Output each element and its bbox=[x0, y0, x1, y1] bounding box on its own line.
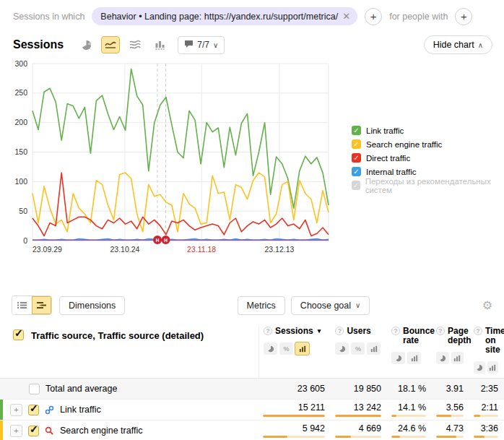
filter-suffix-label: for people with bbox=[389, 12, 448, 22]
column-label: Page depth bbox=[448, 327, 472, 345]
metric-headers: ? Sessions ▾ % ? Users % ? bbox=[258, 325, 504, 378]
bar-view-toggle[interactable] bbox=[451, 352, 464, 364]
chart-title: Sessions bbox=[13, 38, 64, 51]
line-chart-icon bbox=[105, 40, 116, 50]
chart-toolbar: Sessions 7/7 ∨ Hide chart ∧ bbox=[0, 30, 504, 57]
chart-legend: ✓ Link traffic ✓ Search engine traffic ✓… bbox=[352, 124, 504, 192]
users-value: 13 242 bbox=[335, 402, 381, 413]
add-people-filter-button[interactable]: + bbox=[455, 8, 472, 25]
time-value: 2:11 bbox=[474, 402, 498, 413]
total-depth-value: 3.91 bbox=[436, 384, 464, 394]
percent-view-toggle[interactable]: % bbox=[279, 342, 293, 355]
metrics-button[interactable]: Metrics bbox=[238, 296, 285, 315]
bounce-value: 24.6 % bbox=[391, 423, 426, 433]
svg-text:Н: Н bbox=[156, 238, 160, 243]
legend-label: Internal traffic bbox=[366, 168, 416, 176]
bar-view-toggle[interactable] bbox=[295, 342, 309, 355]
filter-chip-close-icon[interactable]: ✕ bbox=[342, 11, 350, 22]
legend-item-link-traffic[interactable]: ✓ Link traffic bbox=[352, 124, 504, 137]
column-header-bounce-rate[interactable]: ? Bounce rate bbox=[387, 325, 432, 378]
column-header-sessions[interactable]: ? Sessions ▾ % bbox=[259, 325, 331, 378]
stacked-area-icon bbox=[129, 40, 141, 50]
filter-bar: Sessions in which Behavior • Landing pag… bbox=[0, 0, 504, 30]
legend-label: Link traffic bbox=[366, 126, 404, 135]
bounce-value: 14.1 % bbox=[391, 402, 426, 413]
column-header-users[interactable]: ? Users % bbox=[331, 325, 387, 378]
table-row-link-traffic[interactable]: + Link traffic 15 211 13 242 14.1 % 3.56… bbox=[0, 400, 504, 420]
chart-type-pie-button[interactable] bbox=[77, 36, 95, 53]
legend-label: Direct traffic bbox=[366, 154, 410, 163]
svg-text:23.10.24: 23.10.24 bbox=[110, 245, 139, 254]
column-header-time-on-site[interactable]: ? Time on site bbox=[469, 325, 504, 378]
row-checkbox[interactable] bbox=[29, 384, 40, 394]
help-icon[interactable]: ? bbox=[264, 327, 272, 335]
depth-value: 3.56 bbox=[436, 402, 464, 413]
svg-text:50: 50 bbox=[19, 207, 27, 215]
legend-item-direct-traffic[interactable]: ✓ Direct traffic bbox=[352, 151, 504, 165]
bar-view-toggle[interactable] bbox=[367, 342, 381, 355]
legend-item-search-traffic[interactable]: ✓ Search engine traffic bbox=[352, 137, 504, 151]
svg-text:150: 150 bbox=[14, 147, 27, 156]
sessions-value: 5 942 bbox=[263, 423, 325, 433]
chart-type-stacked-button[interactable] bbox=[126, 36, 144, 53]
tree-view-button[interactable] bbox=[32, 296, 51, 314]
help-icon[interactable]: ? bbox=[335, 327, 344, 335]
disabled-checked-checkbox-icon: ✓ bbox=[352, 181, 360, 190]
table-header: Traffic source, Traffic source (detailed… bbox=[0, 321, 504, 379]
tree-icon bbox=[37, 299, 46, 312]
help-icon[interactable]: ? bbox=[474, 327, 482, 335]
hide-chart-button[interactable]: Hide chart ∧ bbox=[424, 35, 492, 54]
row-color-stripe bbox=[0, 420, 3, 440]
pie-view-toggle[interactable] bbox=[335, 342, 349, 355]
chevron-up-icon: ∧ bbox=[478, 41, 483, 49]
help-icon[interactable]: ? bbox=[391, 327, 400, 335]
svg-text:250: 250 bbox=[14, 88, 27, 97]
chart-type-columns-button[interactable] bbox=[150, 36, 169, 53]
list-view-button[interactable] bbox=[12, 296, 32, 314]
total-users-value: 19 850 bbox=[335, 384, 381, 394]
pie-view-toggle[interactable] bbox=[436, 352, 449, 364]
choose-goal-dropdown[interactable]: Choose goal ∨ bbox=[291, 296, 370, 315]
expand-row-button[interactable]: + bbox=[10, 425, 22, 437]
chevron-down-icon: ∨ bbox=[355, 301, 360, 309]
chart-type-line-button[interactable] bbox=[101, 36, 120, 53]
column-header-page-depth[interactable]: ? Page depth bbox=[432, 325, 469, 378]
table-toolbar: Dimensions Metrics Choose goal ∨ ⚙ bbox=[0, 288, 504, 321]
comment-bubble-icon bbox=[184, 40, 194, 51]
checked-checkbox-icon[interactable]: ✓ bbox=[352, 139, 361, 149]
line-chart-canvas[interactable]: 05010015020025030023.09.2923.10.2423.11.… bbox=[0, 60, 339, 268]
checked-checkbox-icon[interactable]: ✓ bbox=[352, 167, 361, 176]
gear-icon[interactable]: ⚙ bbox=[482, 298, 492, 312]
depth-value: 4.73 bbox=[436, 423, 464, 433]
pie-view-toggle[interactable] bbox=[391, 352, 405, 364]
row-checkbox[interactable] bbox=[28, 426, 39, 436]
column-label: Time on site bbox=[485, 327, 504, 355]
add-session-filter-button[interactable]: + bbox=[365, 8, 382, 25]
row-checkbox[interactable] bbox=[28, 405, 39, 415]
filter-chip[interactable]: Behavior • Landing page: https://yandex.… bbox=[92, 7, 357, 25]
segments-dropdown[interactable]: 7/7 ∨ bbox=[178, 36, 225, 54]
expand-row-button[interactable]: + bbox=[10, 404, 22, 416]
segments-count-label: 7/7 bbox=[197, 40, 209, 50]
sessions-chart: 05010015020025030023.09.2923.10.2423.11.… bbox=[0, 57, 504, 268]
column-label: Users bbox=[347, 327, 370, 336]
pie-chart-icon bbox=[81, 40, 92, 51]
link-icon bbox=[45, 405, 54, 415]
pie-view-toggle[interactable] bbox=[474, 361, 485, 374]
table-row-search-traffic[interactable]: + Search engine traffic 5 942 4 669 24.6… bbox=[0, 420, 504, 440]
checked-checkbox-icon[interactable]: ✓ bbox=[352, 153, 361, 163]
filter-chip-label: Behavior • Landing page: https://yandex.… bbox=[100, 12, 338, 22]
help-icon[interactable]: ? bbox=[436, 327, 445, 335]
filter-prefix-label: Sessions in which bbox=[13, 12, 84, 22]
bar-view-toggle[interactable] bbox=[407, 352, 421, 364]
dimensions-button[interactable]: Dimensions bbox=[59, 296, 125, 315]
legend-label: Search engine traffic bbox=[366, 140, 442, 149]
select-all-checkbox[interactable] bbox=[13, 329, 24, 340]
svg-text:200: 200 bbox=[14, 118, 27, 126]
bar-view-toggle[interactable] bbox=[487, 361, 499, 374]
chevron-down-icon: ∨ bbox=[213, 41, 218, 49]
checked-checkbox-icon[interactable]: ✓ bbox=[352, 126, 361, 135]
pie-view-toggle[interactable] bbox=[264, 342, 277, 355]
percent-view-toggle[interactable]: % bbox=[351, 342, 365, 355]
table-row-total[interactable]: Total and average 23 605 19 850 18.1 % 3… bbox=[0, 379, 504, 400]
